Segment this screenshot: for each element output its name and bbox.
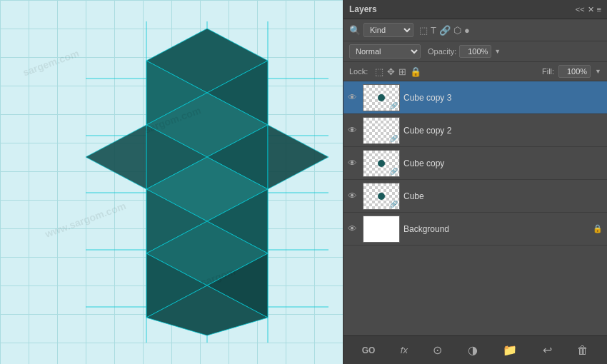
layer-thumb-dot xyxy=(378,160,385,167)
lock-pixels-icon[interactable]: ⬚ xyxy=(375,66,383,77)
svg-marker-13 xyxy=(86,125,146,189)
layer-item-cube-copy-3[interactable]: 👁 🔗 Cube copy 3 xyxy=(343,81,607,114)
lock-position-icon[interactable]: ✥ xyxy=(387,66,395,77)
kind-select[interactable]: Kind xyxy=(363,23,413,37)
panel-collapse-button[interactable]: << xyxy=(576,5,585,14)
kind-icons: ⬚ T 🔗 ⬡ ● xyxy=(419,25,470,36)
layer-item-cube-copy[interactable]: 👁 🔗 Cube copy xyxy=(343,147,607,180)
layer-link-icon: 🔗 xyxy=(390,201,398,208)
cube-svg xyxy=(86,21,328,343)
layers-panel: Layers << ✕ ≡ 🔍 Kind ⬚ T 🔗 ⬡ ● Normal Op… xyxy=(343,0,607,364)
color-filter-icon[interactable]: ● xyxy=(464,25,470,36)
layer-thumbnail: 🔗 xyxy=(363,183,400,210)
panel-close-button[interactable]: ✕ xyxy=(588,5,594,14)
panel-title: Layers xyxy=(349,4,377,14)
text-filter-icon[interactable]: T xyxy=(431,25,436,36)
panel-header: Layers << ✕ ≡ xyxy=(343,0,607,19)
svg-marker-15 xyxy=(268,125,328,189)
blend-mode-select[interactable]: Normal xyxy=(349,44,421,59)
link-layers-icon[interactable]: GO xyxy=(359,344,378,357)
fill-value[interactable]: 100% xyxy=(558,65,591,78)
layer-name-background: Background xyxy=(403,224,589,234)
add-mask-icon[interactable]: ⊙ xyxy=(430,342,445,358)
layers-list: 👁 🔗 Cube copy 3 👁 🔗 Cube copy 2 👁 🔗 Cube… xyxy=(343,81,607,335)
layer-visibility-icon[interactable]: 👁 xyxy=(348,125,359,136)
lock-artboard-icon[interactable]: ⊞ xyxy=(398,66,406,77)
delete-layer-icon[interactable]: 🗑 xyxy=(574,343,591,358)
new-group-icon[interactable]: 📁 xyxy=(500,342,520,358)
layer-item-cube-copy-2[interactable]: 👁 🔗 Cube copy 2 xyxy=(343,114,607,147)
lock-icons: ⬚ ✥ ⊞ 🔒 xyxy=(375,66,421,77)
layer-item-background[interactable]: 👁 Background 🔒 xyxy=(343,213,607,246)
lock-row: Lock: ⬚ ✥ ⊞ 🔒 Fill: 100% ▼ xyxy=(343,62,607,81)
shape-filter-icon[interactable]: ⬡ xyxy=(453,25,461,36)
panel-header-icons: << ✕ ≡ xyxy=(576,5,601,14)
adjustment-icon[interactable]: ◑ xyxy=(465,342,481,358)
layer-thumb-dot xyxy=(378,94,385,101)
panel-footer: GO fx ⊙ ◑ 📁 ↩ 🗑 xyxy=(343,335,607,364)
fx-icon[interactable]: fx xyxy=(398,343,411,357)
layer-visibility-icon[interactable]: 👁 xyxy=(348,191,359,201)
opacity-value[interactable]: 100% xyxy=(459,45,491,58)
layer-thumb-dot xyxy=(378,193,385,200)
layer-thumbnail: 🔗 xyxy=(363,150,400,177)
pixel-filter-icon[interactable]: ⬚ xyxy=(419,25,428,36)
opacity-arrow: ▼ xyxy=(494,48,501,55)
layer-thumbnail: 🔗 xyxy=(363,84,400,111)
watermark-1: sargem.com xyxy=(21,47,81,78)
layer-name-cube-copy: Cube copy xyxy=(403,158,603,168)
layer-name-cube-copy-3: Cube copy 3 xyxy=(403,93,603,103)
blend-row: Normal Opacity: 100% ▼ xyxy=(343,41,607,62)
cube-container xyxy=(86,21,328,343)
layer-name-cube: Cube xyxy=(403,191,603,201)
search-icon: 🔍 xyxy=(349,25,361,36)
new-layer-icon[interactable]: ↩ xyxy=(540,342,555,358)
layer-visibility-icon[interactable]: 👁 xyxy=(348,158,359,168)
fill-arrow: ▼ xyxy=(595,68,601,75)
layer-link-icon: 🔗 xyxy=(390,135,398,142)
layer-link-icon: 🔗 xyxy=(390,168,398,175)
lock-all-icon[interactable]: 🔒 xyxy=(410,66,421,77)
layer-name-cube-copy-2: Cube copy 2 xyxy=(403,126,603,136)
opacity-label: Opacity: xyxy=(428,47,456,56)
layer-thumbnail xyxy=(363,216,400,243)
path-filter-icon[interactable]: 🔗 xyxy=(439,25,451,36)
fill-label: Fill: xyxy=(542,67,554,76)
lock-label: Lock: xyxy=(349,67,368,76)
panel-menu-button[interactable]: ≡ xyxy=(597,5,601,14)
layer-thumbnail: 🔗 xyxy=(363,117,400,144)
layer-item-cube[interactable]: 👁 🔗 Cube xyxy=(343,180,607,213)
layer-lock-icon: 🔒 xyxy=(593,224,603,233)
layer-visibility-icon[interactable]: 👁 xyxy=(348,92,359,103)
kind-row: 🔍 Kind ⬚ T 🔗 ⬡ ● xyxy=(343,19,607,41)
layer-visibility-icon[interactable]: 👁 xyxy=(348,223,359,234)
canvas-area: sargem.com sargom.com www.sargom.com sar… xyxy=(0,0,343,364)
layer-link-icon: 🔗 xyxy=(390,102,398,109)
